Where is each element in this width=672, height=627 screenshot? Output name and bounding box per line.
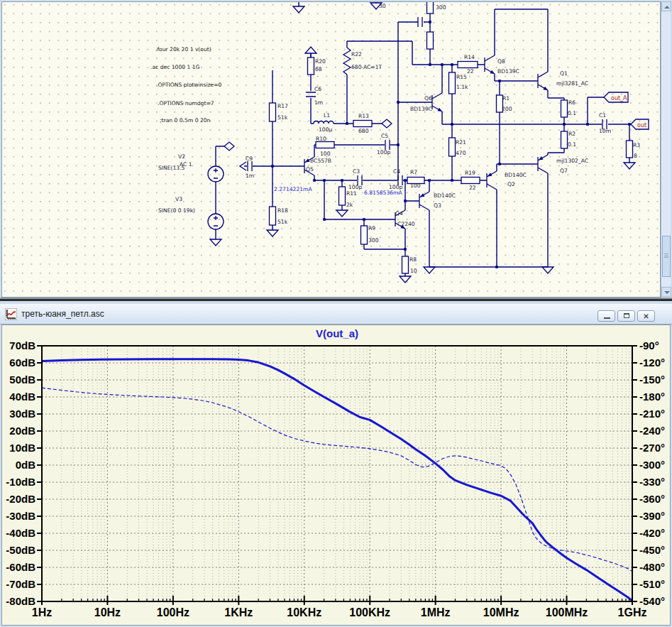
component-label[interactable]: 1m	[314, 99, 323, 106]
component-label[interactable]: 22	[467, 68, 474, 75]
component-label[interactable]: 10	[410, 268, 417, 274]
component-label[interactable]: R14	[464, 54, 475, 60]
component-label[interactable]: V2	[178, 153, 185, 160]
component-label[interactable]: R15	[456, 74, 467, 80]
x-tick-label: 1MHz	[421, 606, 451, 618]
component-label[interactable]: 680	[358, 128, 369, 134]
component-label[interactable]: R1	[502, 95, 509, 102]
component-label[interactable]: R8	[409, 256, 417, 263]
component-label[interactable]: 100p	[348, 184, 362, 190]
component-label[interactable]: Q6	[424, 95, 432, 102]
component-label[interactable]: R20	[315, 58, 326, 65]
net-label[interactable]: out_A	[611, 95, 627, 102]
trace-title[interactable]: V(out_a)	[316, 327, 358, 339]
component-label[interactable]: R3	[633, 142, 640, 148]
component-label[interactable]: R19	[465, 170, 475, 176]
component-label[interactable]: Q3	[434, 202, 441, 209]
component-label[interactable]: C5	[381, 133, 388, 139]
phase-trace[interactable]	[42, 388, 632, 571]
spice-directive[interactable]: ;tran 0 0.5m 0 20n	[160, 117, 211, 124]
x-tick-label: 10Hz	[94, 606, 121, 618]
current-readout[interactable]: 2.2714221mA	[274, 186, 312, 192]
component-label[interactable]: 300	[368, 237, 379, 244]
component-label[interactable]: 100	[410, 182, 421, 189]
scroll-up-button[interactable]	[661, 1, 671, 11]
schematic-canvas[interactable]: .four 20k 20 1 v(out).ac dec 1000 1 1G.O…	[1, 1, 661, 298]
gain-trace[interactable]	[42, 359, 632, 601]
component-label[interactable]: R13	[358, 113, 369, 119]
component-label[interactable]: R9	[368, 225, 375, 231]
component-label[interactable]: 51k	[277, 219, 288, 225]
component-label[interactable]: 8	[634, 153, 637, 159]
component-label[interactable]: SINE(0 0 19k)	[158, 207, 195, 214]
component-label[interactable]: R10	[316, 136, 326, 142]
restore-icon	[624, 313, 629, 318]
component-label[interactable]: Q5	[306, 166, 314, 173]
spice-directive[interactable]: .OPTIONS numdgt=7	[158, 100, 214, 107]
component-label[interactable]: 51k	[277, 114, 288, 121]
component-label[interactable]: V3	[175, 196, 182, 202]
component-label[interactable]: 30	[379, 3, 386, 9]
current-readout[interactable]: 6.8158536mA	[364, 190, 402, 196]
spice-directive[interactable]: .ac dec 1000 1 1G	[150, 64, 200, 70]
pane-splitter-bar[interactable]	[0, 299, 672, 301]
component-label[interactable]: mjl1302_AC	[556, 158, 588, 164]
component-label[interactable]: BC557B	[310, 158, 331, 164]
component-label[interactable]: R17	[277, 103, 288, 109]
component-label[interactable]: R2	[568, 131, 575, 137]
component-label[interactable]: R22	[351, 51, 362, 58]
component-label[interactable]: BD139C	[410, 106, 432, 112]
component-label[interactable]: R21	[456, 139, 466, 146]
waveform-window-titlebar[interactable]: треть-юаня_петл.asc ✕	[0, 304, 672, 325]
restore-button[interactable]	[617, 310, 635, 322]
component-label[interactable]: 100	[320, 151, 331, 157]
component-label[interactable]: BD140C	[434, 192, 456, 199]
y-left-tick-label: 0dB	[16, 459, 36, 471]
component-label[interactable]: R18	[277, 207, 288, 214]
component-label[interactable]: 680 AC=1T	[351, 64, 382, 70]
component-label[interactable]: 22	[469, 185, 476, 191]
component-label[interactable]: 100p	[377, 149, 390, 156]
scrollbar-thumb[interactable]	[662, 236, 671, 277]
component-label[interactable]: 200	[502, 106, 512, 112]
component-label[interactable]: Q4	[395, 210, 403, 217]
component-label[interactable]: Q8	[497, 58, 505, 65]
component-label[interactable]: R7	[410, 169, 417, 175]
component-label[interactable]: 1.1k	[456, 84, 468, 90]
component-label[interactable]: R11	[346, 190, 357, 197]
component-label[interactable]: C1	[599, 112, 606, 119]
component-label[interactable]: Q2	[507, 181, 515, 187]
component-label[interactable]: R6	[568, 99, 575, 106]
component-label[interactable]: AC 1	[180, 161, 192, 168]
scroll-down-button[interactable]	[661, 287, 671, 297]
schematic-vertical-scrollbar[interactable]	[661, 1, 671, 298]
component-label[interactable]: 68	[315, 66, 322, 72]
spice-directive[interactable]: .four 20k 20 1 v(out)	[155, 46, 211, 53]
minimize-button[interactable]	[597, 310, 615, 322]
component-label[interactable]: 100µ	[319, 126, 332, 133]
component-label[interactable]: C2240	[397, 221, 415, 227]
component-label[interactable]: 1m	[246, 173, 254, 179]
component-label[interactable]: BD139C	[497, 68, 519, 75]
net-label[interactable]: out	[637, 122, 646, 129]
spice-directive[interactable]: .OPTIONS plotwinsize=0	[156, 82, 222, 88]
close-button[interactable]: ✕	[637, 310, 655, 322]
component-label[interactable]: C9	[246, 156, 253, 162]
component-label[interactable]: C3	[353, 168, 360, 175]
component-label[interactable]: mjl3281_AC	[556, 80, 588, 87]
component-label[interactable]: 10m	[599, 128, 611, 134]
component-label[interactable]: Q1	[560, 70, 568, 77]
component-label[interactable]: 0.1	[568, 110, 576, 116]
component-label[interactable]: BD140C	[505, 172, 527, 178]
x-tick-label: 100KHz	[349, 606, 390, 618]
component-label[interactable]: 470	[456, 150, 466, 156]
component-label[interactable]: 300	[436, 4, 446, 11]
plot-area[interactable]: 70dB60dB50dB40dB30dB20dB10dB0dB-10dB-20d…	[1, 325, 671, 626]
component-label[interactable]: C6	[314, 86, 321, 92]
close-icon: ✕	[638, 311, 654, 321]
component-label[interactable]: L1	[324, 112, 330, 119]
component-label[interactable]: C4	[393, 168, 400, 175]
component-label[interactable]: 2k	[346, 202, 353, 208]
component-label[interactable]: 0.1	[568, 141, 576, 148]
component-label[interactable]: Q7	[560, 168, 568, 174]
